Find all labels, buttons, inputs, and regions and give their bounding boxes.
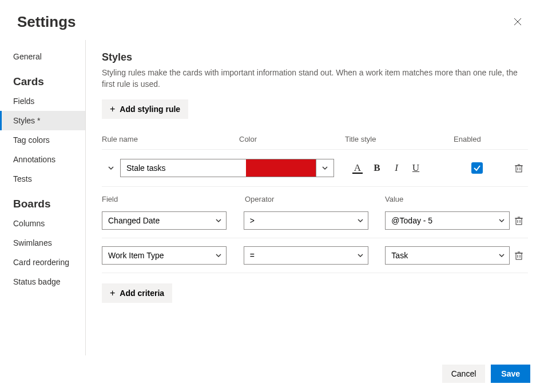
svg-rect-12: [516, 253, 522, 259]
check-icon: [473, 164, 481, 172]
sidebar-item-columns[interactable]: Columns: [0, 214, 85, 233]
add-styling-rule-button[interactable]: + Add styling rule: [102, 99, 188, 119]
sidebar-item-styles[interactable]: Styles *: [0, 111, 85, 130]
sidebar-item-general[interactable]: General: [0, 47, 85, 66]
color-dropdown[interactable]: [316, 159, 334, 177]
svg-rect-2: [516, 166, 522, 172]
delete-rule-button[interactable]: [510, 159, 528, 177]
plus-icon: +: [110, 104, 115, 114]
criteria-row: [102, 238, 528, 273]
add-criteria-label: Add criteria: [120, 289, 164, 298]
delete-criteria-button[interactable]: [510, 211, 528, 230]
col-enabled: Enabled: [454, 135, 528, 143]
criteria-headers: Field Operator Value: [102, 187, 528, 203]
title-style-group: A B I U: [351, 161, 437, 175]
delete-criteria-button[interactable]: [510, 246, 528, 265]
settings-sidebar: General Cards Fields Styles * Tag colors…: [0, 40, 86, 355]
criteria-header-field: Field: [102, 195, 245, 203]
bold-button[interactable]: B: [371, 161, 383, 175]
sidebar-item-card-reordering[interactable]: Card reordering: [0, 253, 85, 272]
col-color: Color: [239, 135, 345, 143]
criteria-operator-select[interactable]: [244, 246, 368, 265]
criteria-field-select[interactable]: [102, 211, 227, 230]
criteria-row: [102, 203, 528, 238]
sidebar-item-swimlanes[interactable]: Swimlanes: [0, 233, 85, 253]
plus-icon: +: [110, 288, 115, 298]
criteria-header-value: Value: [385, 195, 528, 203]
sidebar-item-status-badge[interactable]: Status badge: [0, 272, 85, 291]
sidebar-group-cards: Cards: [0, 66, 85, 91]
italic-button[interactable]: I: [390, 161, 403, 175]
rule-column-headers: Rule name Color Title style Enabled: [102, 135, 528, 149]
trash-icon: [514, 163, 523, 173]
trash-icon: [514, 251, 523, 260]
rule-row: A B I U: [102, 149, 528, 187]
sidebar-item-tag-colors[interactable]: Tag colors: [0, 130, 85, 150]
close-icon: [514, 18, 522, 26]
sidebar-item-annotations[interactable]: Annotations: [0, 150, 85, 169]
trash-icon: [514, 216, 523, 225]
col-rule-name: Rule name: [102, 135, 239, 143]
criteria-value-select[interactable]: [385, 211, 510, 230]
font-color-underline: [352, 173, 363, 174]
close-button[interactable]: [509, 13, 527, 31]
rule-name-input[interactable]: [120, 159, 246, 177]
font-color-button[interactable]: A: [351, 161, 364, 175]
expand-rule-toggle[interactable]: [102, 165, 120, 171]
main-panel: Styles Styling rules make the cards with…: [86, 40, 544, 355]
panel-heading: Styles: [102, 51, 528, 63]
cancel-button[interactable]: Cancel: [442, 365, 486, 383]
chevron-down-icon: [321, 165, 328, 171]
col-title-style: Title style: [345, 135, 454, 143]
sidebar-group-boards: Boards: [0, 189, 85, 214]
save-button[interactable]: Save: [491, 365, 530, 383]
sidebar-item-tests[interactable]: Tests: [0, 169, 85, 189]
dialog-footer: Cancel Save: [0, 355, 544, 392]
add-styling-rule-label: Add styling rule: [120, 105, 180, 114]
criteria-field-select[interactable]: [102, 246, 227, 265]
criteria-operator-select[interactable]: [244, 211, 368, 230]
criteria-header-operator: Operator: [245, 195, 385, 203]
chevron-down-icon: [108, 165, 114, 171]
underline-button[interactable]: U: [410, 161, 422, 175]
enabled-checkbox[interactable]: [471, 162, 483, 174]
svg-rect-7: [516, 218, 522, 225]
add-criteria-button[interactable]: + Add criteria: [102, 283, 172, 303]
sidebar-item-fields[interactable]: Fields: [0, 91, 85, 111]
color-swatch[interactable]: [246, 159, 316, 177]
panel-description: Styling rules make the cards with import…: [102, 67, 528, 90]
criteria-value-select[interactable]: [385, 246, 510, 265]
dialog-header: Settings: [0, 0, 544, 38]
dialog-title: Settings: [17, 13, 76, 31]
